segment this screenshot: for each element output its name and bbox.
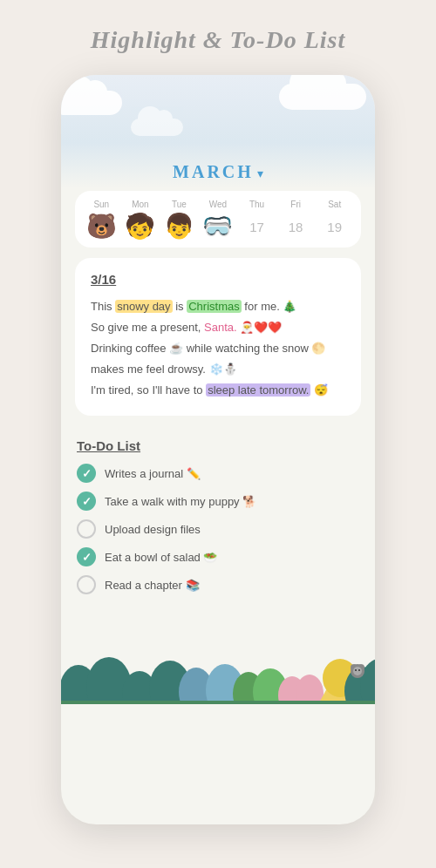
day-avatars: 🐻 🧒 👦 🥽 17 18 19 — [82, 214, 354, 239]
day-thu: Thu — [237, 200, 276, 209]
diary-card: 3/16 This snowy day is Christmas for me.… — [75, 258, 361, 416]
svg-point-19 — [358, 669, 360, 671]
cloud-1 — [61, 91, 122, 115]
day-wed: Wed — [199, 200, 238, 209]
calendar-strip: Sun Mon Tue Wed Thu Fri Sat 🐻 🧒 👦 🥽 17 — [75, 191, 361, 248]
diary-line-2: So give me a present, Santa. 🎅❤️❤️ — [91, 318, 345, 337]
day-tue: Tue — [160, 200, 199, 209]
todo-item-5[interactable]: Read a chapter 📚 — [77, 575, 359, 594]
svg-point-17 — [353, 667, 362, 675]
cloud-2 — [279, 84, 366, 110]
todo-item-1[interactable]: Writes a journal ✏️ — [77, 464, 359, 483]
avatar-sun[interactable]: 🐻 — [82, 214, 121, 239]
todo-text-5: Read a chapter 📚 — [105, 579, 200, 592]
checkbox-checked-2[interactable] — [77, 492, 96, 511]
diary-line-5: I'm tired, so I'll have to sleep late to… — [91, 381, 345, 400]
todo-text-1: Writes a journal ✏️ — [105, 467, 201, 480]
diary-date: 3/16 — [91, 272, 345, 287]
day-sat: Sat — [315, 200, 354, 209]
todo-text-4: Eat a bowl of salad 🥗 — [105, 551, 217, 564]
diary-line-3: Drinking coffee ☕ while watching the sno… — [91, 339, 345, 358]
month-arrow[interactable]: ▾ — [257, 167, 263, 180]
svg-rect-20 — [61, 701, 375, 704]
month-label[interactable]: MARCH — [173, 162, 254, 181]
avatar-tue[interactable]: 👦 — [160, 214, 199, 239]
svg-point-9 — [296, 675, 324, 704]
diary-line-4: makes me feel drowsy. ❄️⛄ — [91, 360, 345, 379]
checkbox-checked-1[interactable] — [77, 464, 96, 483]
day-fri: Fri — [276, 200, 316, 209]
avatar-wed[interactable]: 🥽 — [199, 214, 238, 239]
todo-text-2: Take a walk with my puppy 🐕 — [105, 495, 256, 508]
checkbox-unchecked-5[interactable] — [77, 575, 96, 594]
day-17[interactable]: 17 — [237, 220, 276, 234]
cloud-3 — [131, 119, 183, 136]
svg-point-18 — [355, 669, 357, 671]
day-headers: Sun Mon Tue Wed Thu Fri Sat — [82, 200, 354, 209]
day-sun: Sun — [82, 200, 121, 209]
diary-line-1: This snowy day is Christmas for me. 🎄 — [91, 297, 345, 316]
todo-item-4[interactable]: Eat a bowl of salad 🥗 — [77, 547, 359, 566]
todo-item-3[interactable]: Upload design files — [77, 519, 359, 539]
forest-illustration — [61, 626, 375, 704]
day-19[interactable]: 19 — [315, 220, 354, 234]
page-title: Highlight & To-Do List — [91, 26, 345, 54]
checkbox-unchecked-3[interactable] — [77, 519, 96, 539]
todo-text-3: Upload design files — [105, 523, 201, 536]
day-mon: Mon — [121, 200, 160, 209]
todo-title: To-Do List — [77, 438, 359, 453]
todo-section: To-Do List Writes a journal ✏️ Take a wa… — [61, 426, 375, 617]
month-header: MARCH▾ — [61, 162, 375, 182]
checkbox-checked-4[interactable] — [77, 547, 96, 566]
avatar-mon[interactable]: 🧒 — [121, 214, 160, 239]
todo-item-2[interactable]: Take a walk with my puppy 🐕 — [77, 492, 359, 511]
phone-frame: MARCH▾ Sun Mon Tue Wed Thu Fri Sat 🐻 🧒 👦… — [61, 75, 375, 824]
day-18[interactable]: 18 — [276, 220, 316, 234]
